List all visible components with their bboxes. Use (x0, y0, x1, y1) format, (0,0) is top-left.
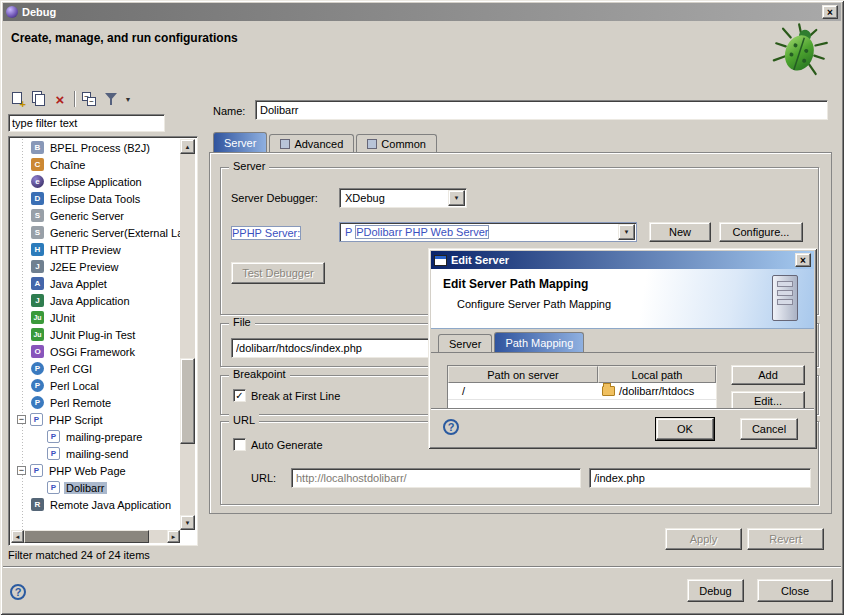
tree-expander-icon[interactable]: − (17, 466, 26, 475)
tree-item-label: Generic Server(External La (48, 227, 180, 239)
tree-item[interactable]: −PHP Script (11, 411, 180, 428)
scroll-right-icon[interactable]: ► (167, 530, 180, 543)
perl-local-icon (31, 379, 44, 392)
tree-item[interactable]: Eclipse Data Tools (11, 190, 180, 207)
scroll-left-icon[interactable]: ◄ (11, 530, 24, 543)
chevron-down-icon[interactable]: ▼ (448, 190, 465, 206)
tree-expander-icon[interactable]: − (17, 415, 26, 424)
tree-item[interactable]: J2EE Preview (11, 258, 180, 275)
server-debugger-select[interactable]: XDebug ▼ (339, 188, 467, 208)
junit-icon (31, 311, 44, 324)
banner: Create, manage, and run configurations (3, 21, 841, 85)
tree-item[interactable]: Generic Server(External La (11, 224, 180, 241)
auto-generate-checkbox[interactable]: ✓ (233, 438, 246, 451)
dialog-tab-server[interactable]: Server (438, 334, 492, 352)
tree-item-label: mailing-send (64, 448, 130, 460)
tree-item[interactable]: mailing-send (11, 445, 180, 462)
column-header-path-on-server[interactable]: Path on server (448, 366, 598, 383)
table-cell-local-path[interactable]: /dolibarr/htdocs (598, 383, 716, 400)
new-server-button[interactable]: New (649, 222, 711, 242)
tree-item-label: Generic Server (48, 210, 126, 222)
break-at-first-line-label: Break at First Line (251, 390, 340, 402)
dialog-titlebar[interactable]: Edit Server × (431, 251, 814, 269)
edit-button[interactable]: Edit... (731, 391, 805, 408)
horizontal-scroll-thumb[interactable] (24, 530, 149, 543)
new-configuration-icon[interactable]: + (8, 89, 28, 109)
url-path-input[interactable] (589, 468, 811, 488)
scroll-down-icon[interactable]: ▼ (180, 515, 195, 530)
tree-item-label: PHP Web Page (47, 465, 128, 477)
dialog-tab-path-mapping[interactable]: Path Mapping (494, 332, 584, 352)
base-url-input[interactable] (291, 468, 581, 488)
table-cell-path[interactable]: / (448, 383, 598, 400)
tree-item[interactable]: Eclipse Application (11, 173, 180, 190)
tree-item[interactable]: Chaîne (11, 156, 180, 173)
dialog-title: Edit Server (451, 254, 791, 266)
revert-button[interactable]: Revert (747, 528, 824, 550)
vertical-scroll-thumb[interactable] (180, 358, 195, 444)
tree-item-label: J2EE Preview (48, 261, 120, 273)
path-mapping-table[interactable]: Path on server Local path / /dolibarr/ht… (447, 365, 717, 408)
bug-icon (771, 21, 829, 81)
break-at-first-line-checkbox[interactable]: ✓ (233, 389, 246, 402)
tree-item[interactable]: −PHP Web Page (11, 462, 180, 479)
name-input[interactable] (255, 100, 828, 120)
tree-vertical-scrollbar[interactable]: ▲ ▼ (180, 139, 195, 530)
test-debugger-button[interactable]: Test Debugger (231, 262, 325, 284)
url-label: URL: (251, 472, 276, 484)
collapse-all-icon[interactable]: −− (80, 89, 100, 109)
php-server-label: PHP Server: (231, 226, 301, 240)
window-close-button[interactable]: × (822, 5, 838, 19)
tree-item[interactable]: Dolibarr (11, 479, 180, 496)
tree-item[interactable]: BPEL Process (B2J) (11, 139, 180, 156)
window-titlebar[interactable]: Debug × (3, 3, 841, 21)
dialog-help-icon[interactable]: ? (443, 419, 459, 435)
tree-item[interactable]: Perl Remote (11, 394, 180, 411)
tree-item[interactable]: HTTP Preview (11, 241, 180, 258)
tree-item-label: BPEL Process (B2J) (48, 142, 152, 154)
tree-item[interactable]: JUnit (11, 309, 180, 326)
dialog-close-button[interactable]: × (795, 253, 811, 267)
breakpoint-group-title: Breakpoint (229, 368, 290, 380)
tree-item-label: Perl Local (48, 380, 101, 392)
tree-item[interactable]: Perl Local (11, 377, 180, 394)
tab-server[interactable]: Server (213, 132, 267, 152)
tree-item[interactable]: Remote Java Application (11, 496, 180, 513)
tree-item[interactable]: Perl CGI (11, 360, 180, 377)
tab-icon (280, 139, 290, 149)
filter-input[interactable] (8, 114, 165, 132)
filter-icon[interactable] (101, 89, 121, 109)
close-button[interactable]: Close (757, 579, 833, 602)
tree-item[interactable]: Java Applet (11, 275, 180, 292)
tree-item-label: JUnit (48, 312, 77, 324)
tree-item[interactable]: JUnit Plug-in Test (11, 326, 180, 343)
dialog-subheading: Configure Server Path Mapping (457, 298, 611, 310)
add-button[interactable]: Add (731, 365, 805, 385)
tree-item-label: OSGi Framework (48, 346, 137, 358)
server-illustration-icon (772, 275, 798, 321)
configure-button[interactable]: Configure... (719, 222, 803, 242)
tab-common[interactable]: Common (356, 134, 437, 152)
tree-item[interactable]: mailing-prepare (11, 428, 180, 445)
tree-item-label: PHP Script (47, 414, 105, 426)
php-web-page-file-icon (47, 481, 60, 494)
duplicate-icon[interactable] (29, 89, 49, 109)
chevron-down-icon[interactable]: ▼ (618, 224, 635, 240)
scroll-up-icon[interactable]: ▲ (180, 139, 195, 154)
table-empty-area (448, 400, 716, 408)
php-server-select[interactable]: Dolibarr PHP Web Server ▼ (339, 222, 637, 242)
tree-item[interactable]: Generic Server (11, 207, 180, 224)
tree-item[interactable]: OSGi Framework (11, 343, 180, 360)
delete-icon[interactable]: × (50, 89, 70, 109)
help-icon[interactable]: ? (10, 584, 26, 600)
tree-horizontal-scrollbar[interactable]: ◄ ► (11, 530, 180, 543)
debug-button[interactable]: Debug (687, 579, 744, 602)
column-header-local-path[interactable]: Local path (598, 366, 716, 383)
apply-button[interactable]: Apply (665, 528, 742, 550)
eclipse-application-icon (31, 175, 44, 188)
tree-item[interactable]: Java Application (11, 292, 180, 309)
menu-dropdown-icon[interactable]: ▼ (122, 89, 134, 109)
cancel-button[interactable]: Cancel (740, 418, 798, 440)
tab-advanced[interactable]: Advanced (269, 134, 354, 152)
ok-button[interactable]: OK (656, 418, 714, 440)
